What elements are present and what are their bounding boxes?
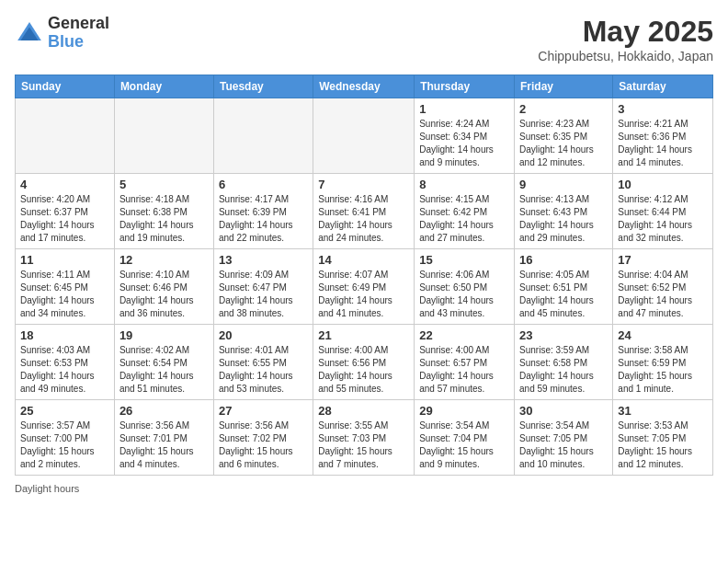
day-info: Sunrise: 3:59 AM Sunset: 6:58 PM Dayligh… — [519, 344, 608, 396]
day-number: 27 — [219, 404, 308, 418]
day-info: Sunrise: 4:24 AM Sunset: 6:34 PM Dayligh… — [419, 118, 509, 169]
logo: General Blue — [15, 15, 109, 52]
month-title: May 2025 — [538, 15, 713, 49]
day-info: Sunrise: 4:00 AM Sunset: 6:56 PM Dayligh… — [318, 344, 409, 396]
day-number: 4 — [20, 178, 109, 191]
calendar-cell: 17Sunrise: 4:04 AM Sunset: 6:52 PM Dayli… — [613, 249, 713, 325]
logo-blue: Blue — [48, 33, 109, 52]
day-number: 26 — [119, 404, 209, 418]
day-number: 17 — [618, 253, 708, 267]
day-info: Sunrise: 3:56 AM Sunset: 7:02 PM Dayligh… — [219, 419, 308, 471]
day-number: 19 — [119, 328, 209, 342]
calendar-cell: 10Sunrise: 4:12 AM Sunset: 6:44 PM Dayli… — [613, 174, 713, 249]
calendar-header-wednesday: Wednesday — [313, 75, 415, 98]
calendar-cell: 12Sunrise: 4:10 AM Sunset: 6:46 PM Dayli… — [114, 249, 213, 325]
day-number: 11 — [20, 253, 109, 267]
day-number: 13 — [219, 253, 308, 267]
day-number: 23 — [519, 328, 608, 342]
calendar-cell — [313, 98, 415, 174]
day-info: Sunrise: 3:54 AM Sunset: 7:04 PM Dayligh… — [419, 419, 509, 471]
logo-icon — [15, 18, 44, 48]
calendar-cell: 25Sunrise: 3:57 AM Sunset: 7:00 PM Dayli… — [16, 400, 115, 476]
calendar-cell: 7Sunrise: 4:16 AM Sunset: 6:41 PM Daylig… — [313, 174, 415, 249]
calendar-cell: 18Sunrise: 4:03 AM Sunset: 6:53 PM Dayli… — [16, 325, 115, 400]
calendar-cell: 11Sunrise: 4:11 AM Sunset: 6:45 PM Dayli… — [16, 249, 115, 325]
day-info: Sunrise: 3:55 AM Sunset: 7:03 PM Dayligh… — [318, 419, 409, 471]
calendar-cell: 20Sunrise: 4:01 AM Sunset: 6:55 PM Dayli… — [213, 325, 313, 400]
day-number: 31 — [618, 404, 708, 418]
day-number: 25 — [20, 404, 109, 418]
day-info: Sunrise: 4:15 AM Sunset: 6:42 PM Dayligh… — [419, 193, 509, 245]
day-info: Sunrise: 3:56 AM Sunset: 7:01 PM Dayligh… — [119, 419, 209, 471]
calendar-cell: 9Sunrise: 4:13 AM Sunset: 6:43 PM Daylig… — [515, 174, 613, 249]
day-number: 5 — [119, 178, 209, 191]
calendar-week-5: 25Sunrise: 3:57 AM Sunset: 7:00 PM Dayli… — [16, 400, 713, 476]
calendar-cell: 24Sunrise: 3:58 AM Sunset: 6:59 PM Dayli… — [613, 325, 713, 400]
day-number: 6 — [219, 178, 308, 191]
day-info: Sunrise: 4:05 AM Sunset: 6:51 PM Dayligh… — [519, 269, 608, 320]
day-number: 24 — [618, 328, 708, 342]
day-number: 2 — [519, 102, 608, 116]
calendar-cell: 2Sunrise: 4:23 AM Sunset: 6:35 PM Daylig… — [515, 98, 613, 174]
footer-text: Daylight hours — [15, 483, 79, 494]
calendar-cell: 29Sunrise: 3:54 AM Sunset: 7:04 PM Dayli… — [415, 400, 515, 476]
calendar-week-2: 4Sunrise: 4:20 AM Sunset: 6:37 PM Daylig… — [16, 174, 713, 249]
calendar-week-3: 11Sunrise: 4:11 AM Sunset: 6:45 PM Dayli… — [16, 249, 713, 325]
day-number: 14 — [318, 253, 409, 267]
calendar-cell: 23Sunrise: 3:59 AM Sunset: 6:58 PM Dayli… — [515, 325, 613, 400]
calendar-cell: 19Sunrise: 4:02 AM Sunset: 6:54 PM Dayli… — [114, 325, 213, 400]
calendar-week-4: 18Sunrise: 4:03 AM Sunset: 6:53 PM Dayli… — [16, 325, 713, 400]
day-number: 20 — [219, 328, 308, 342]
calendar-cell: 4Sunrise: 4:20 AM Sunset: 6:37 PM Daylig… — [16, 174, 115, 249]
day-info: Sunrise: 4:02 AM Sunset: 6:54 PM Dayligh… — [119, 344, 209, 396]
day-number: 16 — [519, 253, 608, 267]
calendar-cell — [114, 98, 213, 174]
title-block: May 2025 Chippubetsu, Hokkaido, Japan — [538, 15, 713, 63]
calendar-header-row: SundayMondayTuesdayWednesdayThursdayFrid… — [16, 75, 713, 98]
day-info: Sunrise: 4:18 AM Sunset: 6:38 PM Dayligh… — [119, 193, 209, 245]
calendar-header-tuesday: Tuesday — [213, 75, 313, 98]
day-info: Sunrise: 4:20 AM Sunset: 6:37 PM Dayligh… — [20, 193, 109, 245]
logo-general: General — [48, 15, 109, 33]
calendar-cell: 21Sunrise: 4:00 AM Sunset: 6:56 PM Dayli… — [313, 325, 415, 400]
calendar-cell — [16, 98, 115, 174]
day-info: Sunrise: 4:00 AM Sunset: 6:57 PM Dayligh… — [419, 344, 509, 396]
calendar-header-thursday: Thursday — [415, 75, 515, 98]
day-number: 22 — [419, 328, 509, 342]
day-info: Sunrise: 3:58 AM Sunset: 6:59 PM Dayligh… — [618, 344, 708, 396]
day-info: Sunrise: 4:01 AM Sunset: 6:55 PM Dayligh… — [219, 344, 308, 396]
day-info: Sunrise: 3:57 AM Sunset: 7:00 PM Dayligh… — [20, 419, 109, 471]
calendar-header-friday: Friday — [515, 75, 613, 98]
day-number: 9 — [519, 178, 608, 191]
calendar-cell: 5Sunrise: 4:18 AM Sunset: 6:38 PM Daylig… — [114, 174, 213, 249]
day-number: 12 — [119, 253, 209, 267]
day-info: Sunrise: 4:04 AM Sunset: 6:52 PM Dayligh… — [618, 269, 708, 320]
day-number: 8 — [419, 178, 509, 191]
calendar-cell: 16Sunrise: 4:05 AM Sunset: 6:51 PM Dayli… — [515, 249, 613, 325]
day-info: Sunrise: 4:03 AM Sunset: 6:53 PM Dayligh… — [20, 344, 109, 396]
day-info: Sunrise: 3:54 AM Sunset: 7:05 PM Dayligh… — [519, 419, 608, 471]
day-number: 29 — [419, 404, 509, 418]
calendar-week-1: 1Sunrise: 4:24 AM Sunset: 6:34 PM Daylig… — [16, 98, 713, 174]
day-info: Sunrise: 4:06 AM Sunset: 6:50 PM Dayligh… — [419, 269, 509, 320]
day-info: Sunrise: 4:21 AM Sunset: 6:36 PM Dayligh… — [618, 118, 708, 169]
calendar-cell: 22Sunrise: 4:00 AM Sunset: 6:57 PM Dayli… — [415, 325, 515, 400]
calendar-cell: 3Sunrise: 4:21 AM Sunset: 6:36 PM Daylig… — [613, 98, 713, 174]
day-number: 7 — [318, 178, 409, 191]
calendar-cell: 14Sunrise: 4:07 AM Sunset: 6:49 PM Dayli… — [313, 249, 415, 325]
day-info: Sunrise: 4:11 AM Sunset: 6:45 PM Dayligh… — [20, 269, 109, 320]
day-info: Sunrise: 4:17 AM Sunset: 6:39 PM Dayligh… — [219, 193, 308, 245]
day-info: Sunrise: 4:13 AM Sunset: 6:43 PM Dayligh… — [519, 193, 608, 245]
calendar-cell: 26Sunrise: 3:56 AM Sunset: 7:01 PM Dayli… — [114, 400, 213, 476]
calendar-cell: 1Sunrise: 4:24 AM Sunset: 6:34 PM Daylig… — [415, 98, 515, 174]
day-info: Sunrise: 4:16 AM Sunset: 6:41 PM Dayligh… — [318, 193, 409, 245]
day-number: 18 — [20, 328, 109, 342]
calendar-cell: 30Sunrise: 3:54 AM Sunset: 7:05 PM Dayli… — [515, 400, 613, 476]
day-number: 3 — [618, 102, 708, 116]
calendar-cell: 8Sunrise: 4:15 AM Sunset: 6:42 PM Daylig… — [415, 174, 515, 249]
location: Chippubetsu, Hokkaido, Japan — [538, 49, 713, 63]
calendar-cell: 28Sunrise: 3:55 AM Sunset: 7:03 PM Dayli… — [313, 400, 415, 476]
calendar-cell: 31Sunrise: 3:53 AM Sunset: 7:05 PM Dayli… — [613, 400, 713, 476]
day-number: 28 — [318, 404, 409, 418]
logo-text: General Blue — [48, 15, 109, 52]
